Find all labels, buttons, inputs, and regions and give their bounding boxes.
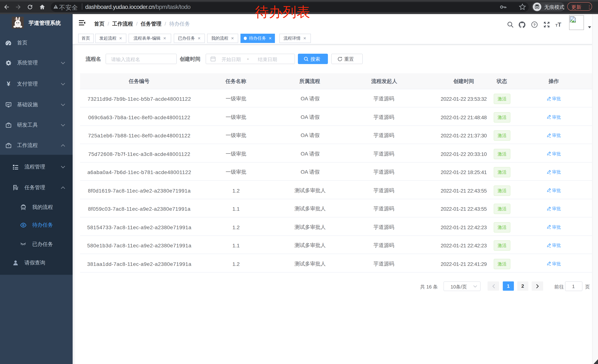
svg-text:?: ?: [533, 23, 536, 27]
